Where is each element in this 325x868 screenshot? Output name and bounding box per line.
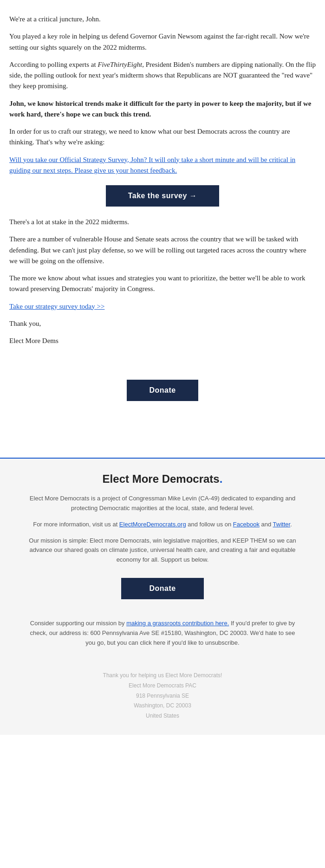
twitter-link[interactable]: Twitter [273, 521, 291, 528]
footer-thank-you: Thank you for helping us Elect More Demo… [28, 671, 297, 681]
facebook-link[interactable]: Facebook [233, 521, 260, 528]
footer-section: Elect More Democrats. Elect More Democra… [0, 459, 325, 735]
footer-country: United States [28, 711, 297, 721]
greeting: We're at a critical juncture, John. [9, 14, 316, 25]
para5: There's a lot at stake in the 2022 midte… [9, 217, 316, 227]
para6: There are a number of vulnerable House a… [9, 234, 316, 266]
para2-source: FiveThirtyEight [98, 61, 142, 68]
survey-button-container: Take the survey → [9, 185, 316, 207]
footer-description: Elect More Democrats is a project of Con… [28, 494, 297, 513]
footer-visit-suffix: . [290, 521, 292, 528]
footer-mission: Our mission is simple: Elect more Democr… [28, 536, 297, 565]
strategy-link-container: Take our strategy survey today >> [9, 301, 316, 312]
footer-visit: For more information, visit us at ElectM… [28, 520, 297, 530]
spacer1 [9, 353, 316, 371]
email-body: We're at a critical juncture, John. You … [0, 0, 325, 458]
donate-button-container-2: Donate [28, 573, 297, 609]
footer-bottom: Thank you for helping us Elect More Demo… [28, 661, 297, 725]
donate-button-1[interactable]: Donate [127, 380, 198, 401]
footer-address2: Washington, DC 20003 [28, 701, 297, 711]
take-survey-button[interactable]: Take the survey → [106, 185, 220, 207]
para2: According to polling experts at FiveThir… [9, 59, 316, 92]
sign-off: Elect More Dems [9, 336, 316, 346]
footer-visit-middle: and follow us on [186, 521, 233, 528]
para2-prefix: According to polling experts at [9, 61, 98, 68]
footer-title-dot: . [220, 473, 223, 485]
spacer3 [9, 430, 316, 448]
footer-address1: 918 Pennsylvania SE [28, 691, 297, 701]
website-link[interactable]: ElectMoreDemocrats.org [119, 521, 186, 528]
strategy-link[interactable]: Take our strategy survey today >> [9, 303, 104, 310]
survey-link[interactable]: Will you take our Official Strategy Surv… [9, 155, 316, 176]
footer-visit-and: and [260, 521, 273, 528]
donate-button-2[interactable]: Donate [121, 578, 203, 599]
para3: John, we know historical trends make it … [9, 98, 316, 120]
footer-pac-name: Elect More Democrats PAC [28, 681, 297, 691]
footer-support-prefix: Consider supporting our mission by [30, 620, 126, 627]
para1: You played a key role in helping us defe… [9, 31, 316, 53]
footer-visit-prefix: For more information, visit us at [33, 521, 119, 528]
footer-support: Consider supporting our mission by makin… [28, 619, 297, 648]
grassroots-link[interactable]: making a grassroots contribution here. [126, 620, 229, 627]
footer-title: Elect More Democrats. [28, 473, 297, 486]
spacer2 [9, 411, 316, 430]
para4: In order for us to craft our strategy, w… [9, 126, 316, 148]
para7: The more we know about what issues and s… [9, 273, 316, 295]
thank-you: Thank you, [9, 318, 316, 329]
donate-button-container-1: Donate [9, 380, 316, 401]
footer-title-text: Elect More Democrats [103, 473, 220, 485]
